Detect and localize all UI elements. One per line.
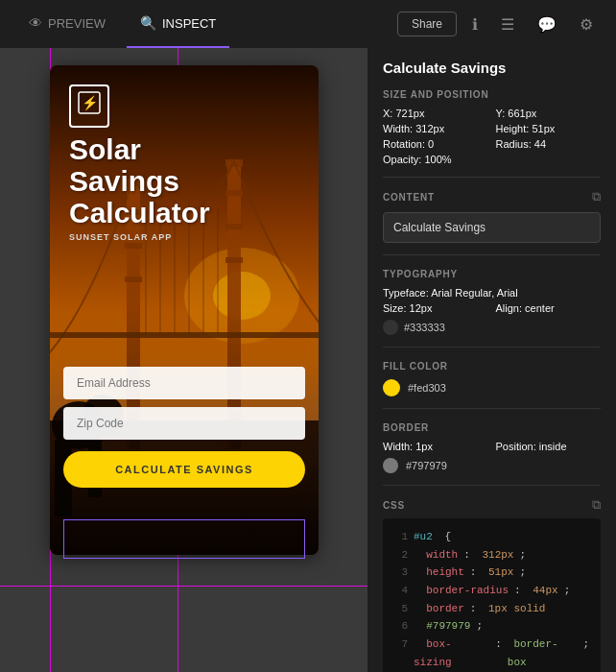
inspect-icon: 🔍 <box>140 15 156 31</box>
panel-title: Calculate Savings <box>383 60 601 76</box>
fill-color-dot <box>383 379 400 396</box>
solar-subtitle: SUNSET SOLAR APP <box>69 232 210 242</box>
comments-button[interactable]: 💬 <box>530 12 564 37</box>
text-color-dot <box>383 320 398 335</box>
font-size-value: 12px <box>410 302 433 314</box>
content-value-box: Calculate Savings <box>383 212 601 243</box>
solar-header: ⚡ Solar Savings Calculator SUNSET SOLAR … <box>69 84 210 242</box>
svg-text:⚡: ⚡ <box>82 95 99 111</box>
tab-preview[interactable]: 👁 PREVIEW <box>15 0 119 48</box>
share-button[interactable]: Share <box>397 12 457 36</box>
info-button[interactable]: ℹ <box>464 12 486 37</box>
y-value: 661px <box>508 108 536 119</box>
border-color-dot <box>383 458 398 473</box>
css-line-1: 1 #u2 { <box>394 528 589 546</box>
divider-3 <box>383 347 601 348</box>
canvas-panel: ⚡ Solar Savings Calculator SUNSET SOLAR … <box>0 48 367 672</box>
css-header: CSS <box>383 500 405 511</box>
divider-2 <box>383 254 601 255</box>
align-prop: Align: center <box>496 302 602 314</box>
align-value: center <box>525 302 555 314</box>
inspect-panel: Calculate Savings SIZE AND POSITION X: 7… <box>367 48 616 672</box>
content-header: CONTENT <box>383 192 435 203</box>
css-line-7: 7 box-sizing: border-box; <box>394 636 589 671</box>
border-color-row: #797979 <box>383 458 601 473</box>
border-width-value: 1px <box>415 441 433 452</box>
preview-label: PREVIEW <box>48 16 106 31</box>
email-input[interactable] <box>63 367 305 399</box>
svg-rect-12 <box>225 257 243 263</box>
calculate-button[interactable]: CALCULATE SAVINGS <box>63 451 305 488</box>
solar-title-line2: Savings <box>69 165 210 197</box>
border-color-label: #797979 <box>406 460 447 471</box>
opacity-value: 100% <box>424 154 451 165</box>
fill-color-label: #fed303 <box>408 382 446 394</box>
svg-rect-10 <box>225 190 243 196</box>
copy-css-icon[interactable]: ⧉ <box>592 497 601 513</box>
x-value: 721px <box>395 108 424 119</box>
fill-color-header: FILL COLOR <box>383 361 601 372</box>
fill-color-row: #fed303 <box>383 379 601 396</box>
text-color-row: #333333 <box>383 320 601 335</box>
copy-content-icon[interactable]: ⧉ <box>592 189 601 204</box>
phone-frame: ⚡ Solar Savings Calculator SUNSET SOLAR … <box>50 65 319 555</box>
content-value: Calculate Savings <box>393 221 486 234</box>
x-prop: X: 721px <box>383 108 488 119</box>
css-line-4: 4 border-radius: 44px; <box>394 582 589 600</box>
phone-background: ⚡ Solar Savings Calculator SUNSET SOLAR … <box>50 65 319 555</box>
inspect-label: INSPECT <box>162 16 216 31</box>
rotation-value: 0 <box>428 138 434 150</box>
border-position-prop: Position: inside <box>496 441 602 452</box>
settings-button[interactable]: ⚙ <box>572 12 601 37</box>
typography-grid: Typeface: Arial Regular, Arial Size: 12p… <box>383 287 601 314</box>
guide-line-horizontal <box>0 586 367 587</box>
opacity-prop: Opacity: 100% <box>383 154 488 165</box>
typeface-value: Arial Regular, Arial <box>431 287 518 299</box>
font-size-prop: Size: 12px <box>383 302 488 314</box>
text-color-label: #333333 <box>404 322 445 333</box>
divider-5 <box>383 485 601 486</box>
svg-rect-6 <box>125 243 142 249</box>
radius-value: 44 <box>534 138 546 150</box>
solar-logo-icon: ⚡ <box>69 84 109 128</box>
border-width-prop: Width: 1px <box>383 441 488 452</box>
typeface-prop: Typeface: Arial Regular, Arial <box>383 287 601 299</box>
zip-input[interactable] <box>63 407 305 440</box>
border-position-value: inside <box>539 441 567 452</box>
height-prop: Height: 51px <box>496 123 602 134</box>
size-position-header: SIZE AND POSITION <box>383 89 601 100</box>
divider-1 <box>383 177 601 178</box>
radius-prop: Radius: 44 <box>496 138 602 150</box>
border-header: BORDER <box>383 422 601 433</box>
width-value: 312px <box>415 123 444 134</box>
y-prop: Y: 661px <box>496 108 602 119</box>
svg-rect-7 <box>125 276 142 282</box>
eye-icon: 👁 <box>29 15 42 31</box>
top-nav: 👁 PREVIEW 🔍 INSPECT Share ℹ ☰ 💬 ⚙ <box>0 0 616 48</box>
css-section-header: CSS ⧉ <box>383 497 601 513</box>
solar-title-line3: Calculator <box>69 197 210 228</box>
size-position-grid: X: 721px Y: 661px Width: 312px Height: 5… <box>383 108 601 165</box>
css-line-3: 3 height: 51px; <box>394 564 589 582</box>
css-line-2: 2 width: 312px; <box>394 546 589 564</box>
width-prop: Width: 312px <box>383 123 488 134</box>
content-section-header: CONTENT ⧉ <box>383 189 601 204</box>
svg-rect-11 <box>225 224 243 229</box>
form-area: CALCULATE SAVINGS <box>63 367 305 488</box>
border-props-grid: Width: 1px Position: inside <box>383 441 601 452</box>
rotation-prop: Rotation: 0 <box>383 138 488 150</box>
css-line-6: 6 #797979; <box>394 617 589 636</box>
typography-header: TYPOGRAPHY <box>383 269 601 279</box>
divider-4 <box>383 408 601 409</box>
solar-title: Solar Savings Calculator <box>69 133 210 228</box>
tab-inspect[interactable]: 🔍 INSPECT <box>127 0 229 48</box>
css-line-5: 5 border: 1px solid <box>394 600 589 618</box>
solar-title-line1: Solar <box>69 133 210 165</box>
main-content: ⚡ Solar Savings Calculator SUNSET SOLAR … <box>0 48 616 672</box>
content-box-wrapper: Calculate Savings <box>383 212 601 243</box>
height-value: 51px <box>532 123 555 134</box>
pages-button[interactable]: ☰ <box>493 12 522 37</box>
css-panel: 1 #u2 { 2 width: 312px; 3 height: 51px; … <box>383 518 601 672</box>
